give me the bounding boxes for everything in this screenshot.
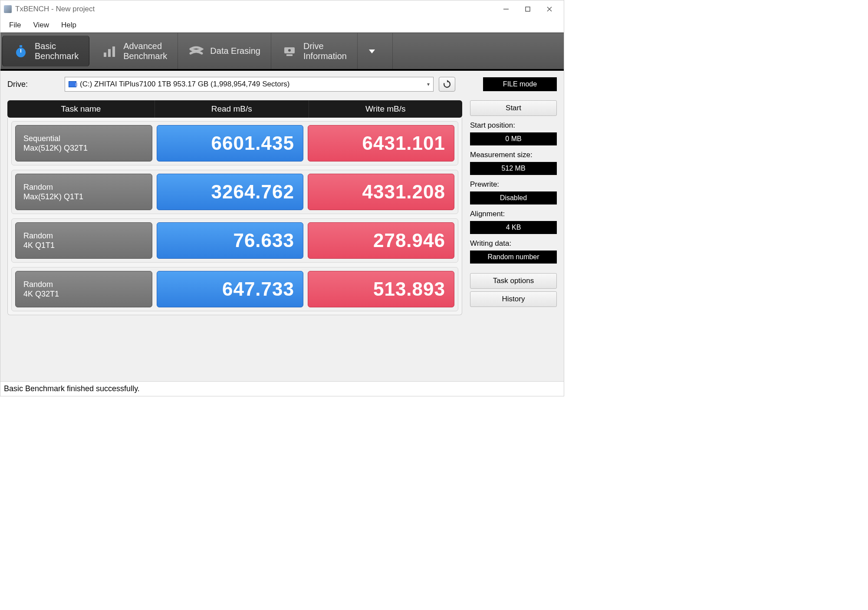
alignment-value[interactable]: 4 KB: [470, 221, 557, 234]
status-text: Basic Benchmark finished successfully.: [4, 384, 140, 393]
bar-chart-icon: [102, 43, 117, 59]
write-value: 4331.208: [308, 174, 454, 210]
drive-label: Drive:: [7, 80, 59, 89]
start-position-value[interactable]: 0 MB: [470, 132, 557, 145]
task-cell[interactable]: Sequential Max(512K) Q32T1: [15, 125, 152, 162]
results-header: Task name Read mB/s Write mB/s: [7, 100, 462, 118]
tabstrip: Basic Benchmark Advanced Benchmark Data …: [0, 33, 564, 71]
write-value: 6431.101: [308, 125, 454, 162]
measurement-size-value[interactable]: 512 MB: [470, 162, 557, 175]
task-name-line1: Sequential: [23, 134, 144, 144]
results-body: Sequential Max(512K) Q32T1 6601.435 6431…: [7, 118, 462, 315]
prewrite-value[interactable]: Disabled: [470, 191, 557, 204]
tab-drive-information[interactable]: Drive Information: [271, 33, 358, 69]
chevron-down-icon: ▾: [427, 81, 430, 87]
write-value: 513.893: [308, 271, 454, 307]
writing-data-label: Writing data:: [470, 239, 557, 248]
start-button[interactable]: Start: [470, 100, 557, 116]
start-position-label: Start position:: [470, 121, 557, 130]
header-write: Write mB/s: [309, 100, 463, 118]
task-name-line1: Random: [23, 182, 144, 192]
tab-advanced-benchmark-label: Advanced Benchmark: [123, 41, 167, 61]
svg-rect-8: [108, 49, 111, 57]
table-row: Random Max(512K) Q1T1 3264.762 4331.208: [11, 170, 458, 214]
svg-rect-9: [112, 46, 115, 57]
main-row: Task name Read mB/s Write mB/s Sequentia…: [7, 100, 557, 379]
stopwatch-icon: [13, 43, 29, 59]
task-cell[interactable]: Random Max(512K) Q1T1: [15, 174, 152, 210]
tab-basic-benchmark[interactable]: Basic Benchmark: [2, 36, 89, 66]
menu-file[interactable]: File: [3, 19, 27, 31]
status-bar: Basic Benchmark finished successfully.: [0, 381, 564, 396]
table-row: Random 4K Q1T1 76.633 278.946: [11, 218, 458, 263]
menubar: File View Help: [0, 18, 564, 33]
task-name-line2: Max(512K) Q32T1: [23, 143, 144, 153]
window-title: TxBENCH - New project: [15, 5, 95, 13]
tab-advanced-benchmark[interactable]: Advanced Benchmark: [91, 33, 178, 69]
writing-data-value[interactable]: Random number: [470, 251, 557, 264]
menu-view[interactable]: View: [27, 19, 55, 31]
svg-rect-5: [20, 45, 22, 47]
task-name-line1: Random: [23, 280, 144, 290]
svg-marker-13: [369, 49, 375, 53]
table-row: Random 4K Q32T1 647.733 513.893: [11, 267, 458, 311]
tab-drive-information-label: Drive Information: [303, 41, 347, 61]
drive-icon: [69, 81, 76, 87]
svg-rect-11: [286, 54, 293, 56]
refresh-icon: [443, 80, 451, 89]
header-read: Read mB/s: [155, 100, 309, 118]
tab-data-erasing[interactable]: Data Erasing: [178, 33, 271, 69]
app-icon: [4, 5, 12, 13]
svg-rect-7: [104, 53, 106, 57]
read-value: 647.733: [157, 271, 303, 307]
task-cell[interactable]: Random 4K Q32T1: [15, 271, 152, 307]
chevron-down-icon: [368, 47, 376, 55]
task-name-line2: 4K Q32T1: [23, 289, 144, 299]
maximize-button[interactable]: [517, 0, 539, 18]
header-task: Task name: [7, 100, 155, 118]
drive-row: Drive: (C:) ZHITAI TiPlus7100 1TB 953.17…: [7, 77, 557, 92]
task-name-line2: 4K Q1T1: [23, 241, 144, 251]
task-name-line2: Max(512K) Q1T1: [23, 192, 144, 202]
svg-rect-1: [526, 7, 530, 11]
alignment-label: Alignment:: [470, 210, 557, 218]
prewrite-label: Prewrite:: [470, 180, 557, 189]
menu-help[interactable]: Help: [55, 19, 82, 31]
task-options-button[interactable]: Task options: [470, 273, 557, 289]
write-value: 278.946: [308, 222, 454, 259]
tab-data-erasing-label: Data Erasing: [210, 46, 260, 56]
read-value: 76.633: [157, 222, 303, 259]
results-grid: Task name Read mB/s Write mB/s Sequentia…: [7, 100, 462, 379]
read-value: 3264.762: [157, 174, 303, 210]
history-button[interactable]: History: [470, 291, 557, 307]
sidebar: Start Start position: 0 MB Measurement s…: [470, 100, 557, 379]
tab-overflow-button[interactable]: [358, 33, 393, 69]
drive-selected-text: (C:) ZHITAI TiPlus7100 1TB 953.17 GB (1,…: [80, 80, 289, 89]
refresh-button[interactable]: [439, 77, 455, 92]
tab-basic-benchmark-label: Basic Benchmark: [35, 41, 79, 61]
minimize-button[interactable]: [495, 0, 517, 18]
erase-icon: [188, 43, 204, 59]
drive-select[interactable]: (C:) ZHITAI TiPlus7100 1TB 953.17 GB (1,…: [65, 77, 434, 92]
task-cell[interactable]: Random 4K Q1T1: [15, 222, 152, 259]
close-button[interactable]: [539, 0, 560, 18]
titlebar: TxBENCH - New project: [0, 0, 564, 18]
table-row: Sequential Max(512K) Q32T1 6601.435 6431…: [11, 121, 458, 165]
read-value: 6601.435: [157, 125, 303, 162]
file-mode-button[interactable]: FILE mode: [483, 77, 557, 91]
measurement-size-label: Measurement size:: [470, 151, 557, 159]
content-area: Drive: (C:) ZHITAI TiPlus7100 1TB 953.17…: [0, 71, 564, 381]
svg-point-12: [288, 49, 291, 52]
task-name-line1: Random: [23, 231, 144, 241]
drive-info-icon: [282, 43, 297, 59]
